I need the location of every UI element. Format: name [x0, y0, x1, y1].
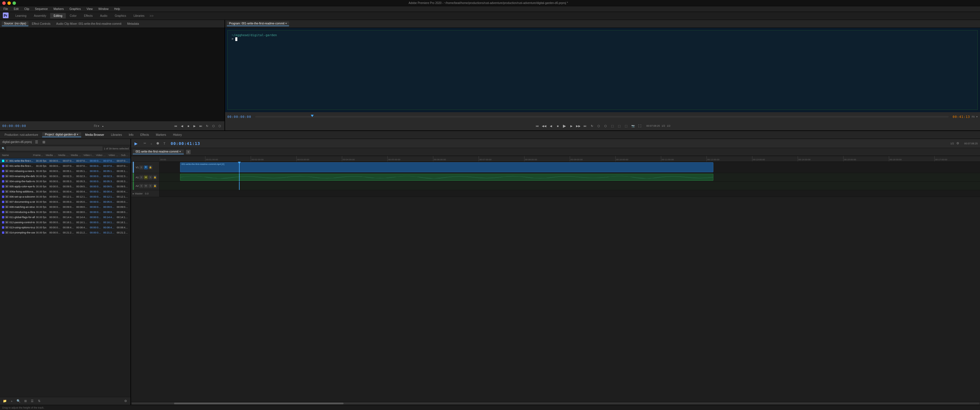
ws-tab-learning[interactable]: Learning [12, 13, 30, 19]
col-header-videoout[interactable]: Video Out Point [95, 154, 108, 157]
ws-tab-audio[interactable]: Audio [97, 13, 111, 19]
scrollbar-track[interactable] [132, 403, 980, 404]
program-step-frame-back-btn[interactable]: ◀ [549, 123, 554, 129]
timeline-slip-tool[interactable]: ⬦ [148, 141, 154, 146]
a2-sync-btn[interactable]: S [139, 184, 143, 188]
source-step-fwd-btn[interactable]: ⏭ [198, 123, 204, 129]
media-list-item[interactable]: ▶ 014-prompting-the-user-for-... 30.00 f… [0, 230, 130, 235]
media-list-item[interactable]: ▶ 001-write-the-first-r... 30.00 fps 00:… [0, 164, 130, 168]
media-list-item[interactable]: ▶ 006a-fixing-additiona... 30.00 fps 00:… [0, 189, 130, 194]
program-mark-out-btn[interactable]: ⬡ [603, 123, 608, 129]
source-tab-audioclip[interactable]: Audio Clip Mixer: 001-write-the-first-re… [54, 22, 124, 26]
program-loop-btn[interactable]: ↻ [589, 123, 595, 129]
program-mark-in-btn[interactable]: ⬡ [596, 123, 601, 129]
col-header-mediaduration[interactable]: Media Duration [70, 154, 83, 157]
project-tab-history[interactable]: History [170, 133, 185, 137]
media-list-item[interactable]: ▶ 007-documenting-a-struc... 30.00 fps 0… [0, 199, 130, 205]
timeline-razor-tool[interactable]: ✂ [142, 141, 148, 146]
ws-tab-libraries[interactable]: Libraries [130, 13, 148, 19]
source-stop-btn[interactable]: ■ [186, 123, 191, 129]
ws-tab-color[interactable]: Color [66, 13, 80, 19]
col-header-mediaend[interactable]: Media End [57, 154, 70, 157]
media-list-item[interactable]: ▶ 013-using-options-to-pick-th... 30.00 … [0, 225, 130, 230]
menu-graphics[interactable]: Graphics [68, 7, 82, 11]
timeline-tab-sequence[interactable]: 001-write-the-first-readme-commit × [133, 149, 184, 154]
program-fullscreen-btn[interactable]: ⛶ [637, 123, 643, 129]
project-grid-view-btn[interactable]: ⊞ [41, 140, 46, 145]
menu-markers[interactable]: Markers [52, 7, 65, 11]
a2-mute-btn[interactable]: M [144, 184, 148, 188]
program-timecode-left[interactable]: 00:00:00:00 [228, 115, 251, 119]
media-list-item[interactable]: ▶ 004-using-the-hado-mac... 30.00 fps 00… [0, 179, 130, 184]
icon-view-btn[interactable]: ⊞ [23, 399, 28, 404]
menu-view[interactable]: View [86, 7, 94, 11]
source-play-btn[interactable]: ▶ [192, 123, 197, 129]
minimize-btn[interactable] [7, 2, 11, 5]
project-tab-markers[interactable]: Markers [153, 133, 169, 137]
media-list-item[interactable]: ▶ 002-rebasing-a-new-s... 30.00 fps 00:0… [0, 168, 130, 174]
video-clip-v1[interactable]: 001-write-the-first-readme-commit.mp4 [V… [180, 162, 713, 172]
ws-tab-effects[interactable]: Effects [81, 13, 96, 19]
program-timecode-right[interactable]: 00:41:13 [953, 115, 970, 119]
source-tab-noclips[interactable]: Source: (no clips) [2, 21, 29, 26]
source-play-back-btn[interactable]: ◀ [180, 123, 185, 129]
source-step-back-btn[interactable]: ⏮ [173, 123, 178, 129]
project-search-input[interactable] [6, 146, 103, 151]
col-header-videoin[interactable]: Video In Point [83, 154, 95, 157]
list-view-btn[interactable]: ☰ [30, 399, 35, 404]
add-tab-btn[interactable]: + [186, 150, 191, 154]
program-insert-btn[interactable]: ⬚ [617, 123, 622, 129]
media-list-item[interactable]: ▶ 008-matching-an-structu... 30.00 fps 0… [0, 205, 130, 210]
menu-file[interactable]: File [2, 7, 9, 11]
a2-lock-btn[interactable]: 🔒 [153, 184, 157, 188]
timeline-settings-btn[interactable]: ⚙ [955, 141, 961, 146]
v1-sync-btn[interactable]: S [139, 165, 143, 169]
a1-mute-btn[interactable]: M [144, 175, 148, 180]
media-list-item[interactable]: ▶ 011-global-flags-for-all-sub... 30.00 … [0, 215, 130, 220]
ws-tab-more[interactable]: >> [150, 14, 154, 18]
a1-solo-btn[interactable]: S [148, 175, 153, 180]
col-header-framerate[interactable]: Frame Rate [32, 154, 45, 157]
timeline-tool-select[interactable]: ▶ [133, 141, 138, 146]
timeline-timecode[interactable]: 00:00:41:13 [171, 141, 200, 146]
scrollbar-thumb[interactable] [174, 403, 344, 404]
source-loop-btn[interactable]: ↻ [205, 123, 210, 129]
program-progress-bar[interactable] [255, 116, 949, 118]
find-btn[interactable]: 🔍 [16, 399, 21, 404]
menu-window[interactable]: Window [97, 7, 110, 11]
new-item-btn[interactable]: + [9, 399, 14, 404]
a1-sync-btn[interactable]: S [139, 175, 143, 180]
project-tab-media-browser[interactable]: Media Browser [82, 133, 107, 137]
menu-edit[interactable]: Edit [13, 7, 20, 11]
program-step-back-btn[interactable]: ⏮ [535, 123, 540, 129]
audio-clip-a1[interactable] [180, 174, 713, 181]
new-bin-btn[interactable]: 📁 [2, 399, 7, 404]
program-tab[interactable]: Program: 001-write-the-first-readme-comm… [227, 21, 289, 26]
media-list-item[interactable]: ▶ 001-write-the-first-r... 30.00 fps 00:… [0, 158, 130, 164]
timeline-scrollbar[interactable] [131, 402, 980, 405]
menu-help[interactable]: Help [113, 7, 121, 11]
program-fit-dropdown[interactable]: Fit [972, 115, 975, 118]
media-list-item[interactable]: ▶ 003-renaming-the-defau... 30.00 fps 00… [0, 174, 130, 179]
col-header-mediastart[interactable]: Media Start [45, 154, 57, 157]
menu-clip[interactable]: Clip [23, 7, 30, 11]
close-btn[interactable] [2, 2, 6, 5]
ws-tab-graphics[interactable]: Graphics [111, 13, 130, 19]
menu-sequence[interactable]: Sequence [34, 7, 49, 11]
source-tab-effectcontrols[interactable]: Effect Controls [30, 22, 53, 26]
project-tab-project[interactable]: Project: digital-garden-di × [42, 132, 81, 137]
a2-solo-btn[interactable]: S [148, 184, 153, 188]
ws-tab-assembly[interactable]: Assembly [30, 13, 49, 19]
project-tab-production[interactable]: Production: rust-adventure [2, 133, 41, 137]
program-resolution[interactable]: ▾ [976, 115, 978, 118]
settings-btn[interactable]: ⚙ [123, 399, 128, 404]
source-tab-metadata[interactable]: Metadata [125, 22, 141, 26]
project-tab-libraries[interactable]: Libraries [108, 133, 125, 137]
source-mark-in-btn[interactable]: ⬡ [211, 123, 216, 129]
ws-tab-editing[interactable]: Editing [50, 13, 66, 19]
maximize-btn[interactable] [13, 2, 16, 5]
col-header-videoduration[interactable]: Video Duration [108, 154, 120, 157]
a1-lock-btn[interactable]: 🔒 [153, 175, 157, 180]
project-list-view-btn[interactable]: ☰ [34, 140, 39, 145]
program-step-fwd-btn[interactable]: ⏭ [582, 123, 588, 129]
